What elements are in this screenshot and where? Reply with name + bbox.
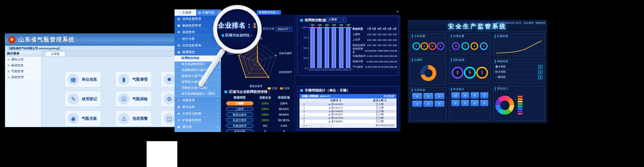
tile-cut-0[interactable]: ☻ [161,71,176,87]
tile-气瓶管理[interactable]: ▮气瓶管理 [115,71,152,87]
kpi-chip[interactable]: 4 [480,100,489,106]
submenu-item-漂移统计(基于运政)[interactable]: 漂移统计(基于运政) [175,85,221,91]
vehicle-row-6[interactable]: 6▣鲁K56951已入网 [299,120,397,123]
menu-label: 统计分析 [182,37,195,41]
vehicle-row-2[interactable]: 2▣鲁KA1117已入网 [299,106,397,110]
sidebar-item-历史信息查询[interactable]: ⊞历史信息查询˅ [175,42,221,49]
tile-cut-2[interactable]: ◫ [161,110,176,126]
legend-swatch [280,87,283,89]
cylinder-icon: ▮ [118,74,129,85]
sidebar-item-联网联控[interactable]: ◉联网联控 [175,49,221,56]
kpi-chip[interactable]: 8 [461,92,469,99]
kpi-chip[interactable]: 2 [461,100,469,106]
tab-main-screen[interactable]: 主界面 [45,51,65,56]
query-date-dropdown[interactable]: 2022-07 ▼ [276,27,293,31]
admin-link[interactable]: 后台管理 [524,21,533,25]
invest-donut [495,96,514,115]
export-data-button[interactable]: 导出数据 [383,94,394,98]
submenu-item-疲劳统计(基于运政)[interactable]: 疲劳统计(基于运政) [175,79,221,85]
region-value: 99.84% [274,113,293,116]
sidebar-item-资料库[interactable]: ⌂资料库 [175,130,221,132]
last-page-button[interactable]: » [330,124,334,127]
vehicle-row-1[interactable]: 1▣鲁KA1909已入网 [299,103,397,106]
page-size-select[interactable]: 10 ▾ [301,124,309,127]
tile-label: 使用登记 [82,96,97,102]
y-tick: 100% [301,26,308,29]
sidebar-item-通行码[interactable]: ▦通行码˅ [175,124,221,130]
expand-plus-icon[interactable]: ⊞ [7,70,10,73]
tile-使用登记[interactable]: ✎使用登记 [65,91,101,107]
column-status[interactable]: 是否入网 ⇅ [363,99,397,102]
next-page-button[interactable]: › [325,124,328,127]
right-panel-今日作业: 今日作业314205 [410,87,447,121]
month-row-入网率: 入网率100100100100100100 [353,32,397,38]
kpi-chip[interactable]: 3 [412,93,422,99]
close-tab-icon[interactable]: × [277,11,279,14]
column-plate[interactable]: 车牌号 ⇅ [309,99,363,102]
left-app-main: 主界面 ▦单位信息▮气瓶管理✎使用登记☑气瓶报检◉气瓶充装⚠信息预警☻⚙◫ [42,51,175,127]
left-sidebar-item-1[interactable]: ⊞基础信息 [5,63,41,68]
tile-气瓶报检[interactable]: ☑气瓶报检 [115,91,152,107]
x-tick: 2022-06 [337,69,345,71]
kpi-chip[interactable]: 5 [471,92,479,99]
sidebar-item-违章处置管理[interactable]: ▤违章处置管理˅ [175,16,221,22]
page-number-input[interactable]: 1 [320,124,324,127]
vehicle-icon: ▣ [328,121,331,123]
kpi-chip[interactable]: 12 [451,92,460,99]
x-tick: 2022-05 [330,69,338,71]
vehicle-table-column-header: 车牌号 ⇅ 是否入网 ⇅ [299,99,397,103]
metric-pill-上线率[interactable]: 上线率 [226,107,253,111]
sidebar-item-统计分析[interactable]: ◔统计分析˅ [175,36,221,42]
sidebar-item-扩展服务管理[interactable]: ⇄扩展服务管理˅ [175,117,221,124]
left-sidebar-item-2[interactable]: ⊞气瓶管理 [5,68,41,74]
left-sidebar-item-3[interactable]: ⊞系统管理 [5,74,41,80]
first-page-button[interactable]: « [310,124,314,127]
kpi-chip[interactable]: 4 [435,93,444,99]
sidebar-item-主动安全防御[interactable]: ◈主动安全防御˅ [175,110,221,117]
bullet-square-icon [224,90,227,93]
system-link[interactable]: 系统管理 [535,21,545,25]
metric-pill-车辆漂移率[interactable]: 车辆漂移率 [226,124,253,128]
right-panel-告警趋势: 告警趋势 [493,33,545,56]
vehicle-row-5[interactable]: 5▣鲁KA7005已入网 [299,116,397,120]
metric-pill-轨迹完整率[interactable]: 轨迹完整率 [226,118,253,122]
left-sidebar-item-0[interactable]: ⊞通知公告 [5,57,41,63]
kpi-chip[interactable]: 0 [423,101,433,107]
vehicle-row-3[interactable]: 3▣鲁K96604已入网 [299,110,397,113]
expand-plus-icon[interactable]: ⊞ [7,76,10,79]
tile-气瓶充装[interactable]: ◉气瓶充装 [65,110,101,126]
sidebar-item-整合运单[interactable]: ▥整合运单˅ [175,104,221,110]
metric-pill-数据合格率[interactable]: 数据合格率 [226,112,253,117]
expand-plus-icon[interactable]: ⊞ [7,58,10,61]
menu-label: 基础信息管理 [182,23,201,28]
tab-main-menu[interactable]: ⌂ 主菜单 [175,9,196,16]
sort-icon: ⇅ [339,99,341,102]
kpi-chip[interactable]: 9 [471,100,479,106]
expand-plus-icon[interactable]: ⊞ [7,64,10,67]
kpi-chip[interactable]: 2 [412,101,422,107]
stats-metric-dropdown[interactable]: 入网率 ▼ [326,17,346,22]
bar-2022-07 [346,27,350,68]
metric-pill-入网率[interactable]: 入网率 [226,101,253,106]
vehicle-row-4[interactable]: 4▣鲁KA7637已入网 [299,113,397,116]
sidebar-item-报警管理[interactable]: ⚠报警管理˅ [175,97,221,104]
submenu-item-超速统计(基于运政)[interactable]: 超速统计(基于运政) [175,73,221,79]
tile-信息预警[interactable]: ⚠信息预警 [115,110,152,126]
kpi-chip[interactable]: 5 [435,101,444,107]
kpi-chip[interactable]: 1 [423,93,433,99]
tabstrip-caret-icon[interactable]: ▼ [396,10,401,15]
content-tab-联网联控考核[interactable]: 联网联控考核× [257,10,281,15]
kpi-chip[interactable]: 6 [451,100,460,106]
tile-label: 气瓶充装 [82,116,97,121]
metric-pill-超速次数[interactable]: 超速次数 [226,129,253,132]
kpi-chip[interactable]: 3 [480,92,489,99]
tile-单位信息[interactable]: ▦单位信息 [65,71,101,87]
month-row-超速次数: 超速次数0.000.000.000.000.000.00 [353,59,397,65]
tab-vehicle-list[interactable]: ▤ 车辆列表 [196,9,216,16]
register-icon: ✎ [68,93,79,104]
completion-donut [420,65,436,81]
tile-cut-1[interactable]: ⚙ [161,91,176,107]
y-tick: 0% [301,67,308,70]
prev-page-button[interactable]: ‹ [315,124,318,127]
submenu-item-每日轨迹数据统计（测试）[interactable]: 每日轨迹数据统计（测试） [175,91,221,97]
